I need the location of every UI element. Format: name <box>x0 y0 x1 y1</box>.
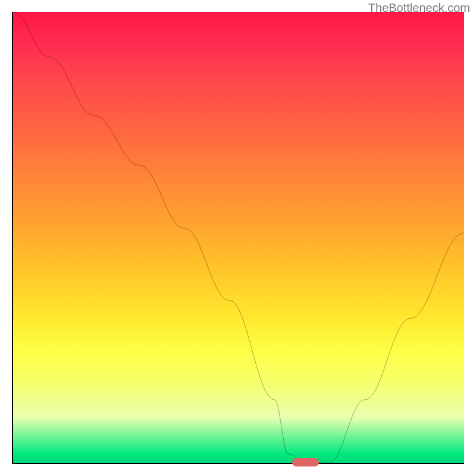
minimum-marker <box>292 458 319 466</box>
bottleneck-curve <box>13 12 464 463</box>
plot-area <box>12 12 464 464</box>
watermark-text: TheBottleneck.com <box>368 1 470 15</box>
chart-container: TheBottleneck.com <box>0 0 476 476</box>
curve-path <box>13 12 464 463</box>
